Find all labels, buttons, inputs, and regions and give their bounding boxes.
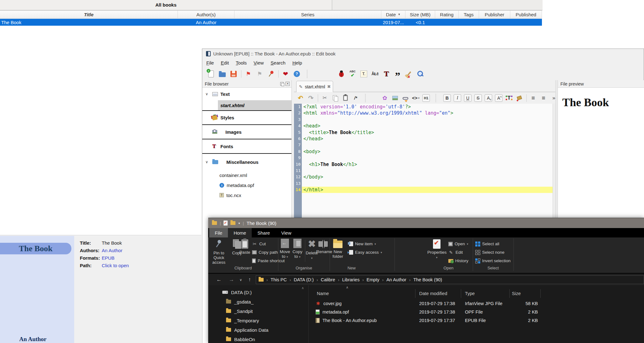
detail-value[interactable]: An Author [102, 248, 122, 253]
strikethrough-button[interactable]: S [474, 94, 482, 102]
customize-toolbar-arrow-icon[interactable]: ▾ [238, 221, 240, 225]
beautify-button[interactable]: ✿ [381, 94, 389, 102]
column-header-rating[interactable]: Rating [435, 11, 459, 18]
list-header-name[interactable]: Name [313, 289, 415, 298]
align-justify-button[interactable]: ≡ [539, 94, 548, 102]
spell-check-button[interactable]: ABC✔ [348, 70, 357, 78]
underline-button[interactable]: U [464, 94, 472, 102]
edit-button[interactable]: ✎Edit [448, 248, 463, 256]
redo-button[interactable]: ↷ [307, 94, 315, 102]
create-checkpoint-button[interactable] [266, 70, 275, 78]
reports-button[interactable] [416, 70, 425, 78]
copy-button[interactable] [331, 94, 339, 102]
nav-item-application-data[interactable]: Application Data [226, 325, 268, 335]
background-color-button[interactable] [515, 94, 523, 102]
menu-tools[interactable]: Tools [236, 60, 247, 65]
new-item-button[interactable]: New item▾ [349, 240, 376, 248]
smarten-punctuation-button[interactable]: ” [393, 70, 402, 78]
forward-button[interactable]: → [229, 274, 234, 286]
superscript-button[interactable]: As [495, 94, 503, 102]
float-panel-icon[interactable] [280, 82, 284, 86]
menu-view[interactable]: View [254, 60, 264, 65]
invert-selection-button[interactable]: Invert selection [475, 257, 511, 265]
nav-item--sandpit[interactable]: _Sandpit [226, 306, 253, 316]
tree-section-fonts[interactable]: TFonts [202, 139, 291, 154]
nav-item-babbleon[interactable]: BabbleOn [226, 335, 255, 343]
tab-start-xhtml[interactable]: ✎ start.xhtml ✖ [296, 81, 333, 92]
align-left-button[interactable]: ≡ [529, 94, 537, 102]
copy-to-button[interactable]: Copy to ▾ [291, 239, 304, 266]
back-button[interactable]: ← [216, 274, 222, 286]
column-header-published[interactable]: Published [510, 11, 542, 18]
list-header-date-modified[interactable]: Date modified [415, 289, 461, 298]
list-header-size[interactable]: Size [510, 289, 541, 298]
new-file-button[interactable]: + [207, 70, 215, 78]
redo-checkpoint-button[interactable]: ⚑ [255, 70, 264, 78]
cut-button[interactable]: ✂Cut [252, 240, 266, 248]
tree-file-toc-ncx[interactable]: Ttoc.ncx [202, 190, 291, 200]
file-row-cover-jpg[interactable]: ✱cover.jpg2019-07-29 17:38IrfanView JPG … [313, 299, 644, 308]
comment-button[interactable]: /* [352, 94, 360, 102]
chevron-down-icon[interactable]: ∨ [205, 160, 208, 164]
breadcrumb-segment[interactable]: An Author [386, 277, 406, 282]
chevron-down-icon[interactable]: ∨ [205, 92, 208, 96]
easy-access-button[interactable]: Easy access▾ [349, 248, 382, 256]
new-folder-button[interactable]: New folder [330, 239, 345, 266]
manage-fonts-button[interactable]: T [382, 70, 391, 78]
breadcrumb-segment[interactable]: Empty [367, 277, 379, 282]
library-selected-row[interactable]: The BookAn Author2019-07...<0.1 [0, 19, 542, 26]
breadcrumb-segment[interactable]: Calibre [321, 277, 335, 282]
quick-access-properties-icon[interactable] [224, 221, 228, 226]
up-button[interactable]: ↑ [248, 274, 251, 286]
breadcrumb-segment[interactable]: DATA (D:) [294, 277, 314, 282]
text-color-button[interactable]: T [505, 94, 513, 102]
column-header-series[interactable]: Series [234, 11, 381, 18]
breadcrumb[interactable]: ›This PC›DATA (D:)›Calibre›Libraries›Emp… [256, 275, 644, 284]
column-header-publisher[interactable]: Publisher [479, 11, 510, 18]
change-paragraph-button[interactable]: H1 [422, 94, 430, 102]
menu-search[interactable]: Search [270, 60, 286, 65]
properties-button[interactable]: Properties▾ [427, 239, 446, 266]
bold-button[interactable]: B [443, 94, 451, 102]
breadcrumb-segment[interactable]: Libraries [342, 277, 360, 282]
nav-item--temporary[interactable]: _Temporary [226, 316, 259, 325]
column-header-tags[interactable]: Tags [459, 11, 479, 18]
insert-link-button[interactable] [401, 94, 410, 102]
detail-value[interactable]: EPUB [102, 255, 115, 261]
book-cover[interactable]: The Book An Author [0, 236, 74, 343]
file-row-metadata-opf[interactable]: metadata.opf2019-07-29 17:38OPF File2 KB [313, 308, 644, 316]
tree-section-text[interactable]: ∨Text [202, 88, 291, 100]
nav-scroll-up-icon[interactable]: ∧ [301, 286, 304, 290]
rename-button[interactable]: Rename [316, 239, 330, 266]
select-all-button[interactable]: Select all [475, 240, 499, 248]
insert-image-button[interactable] [391, 94, 399, 102]
library-current-view[interactable]: All books [0, 0, 332, 10]
detail-value[interactable]: Click to open [102, 263, 129, 268]
transliterate-button[interactable]: ÅŁč [371, 70, 379, 78]
tree-file-start-xhtml[interactable]: start.xhtml [202, 100, 291, 111]
ribbon-tab-view[interactable]: View [276, 228, 297, 237]
insert-tag-button[interactable]: <>▾ [412, 94, 420, 102]
menu-help[interactable]: Help [292, 60, 302, 65]
tree-section-styles[interactable]: Styles [202, 111, 291, 125]
open-book-button[interactable] [218, 70, 227, 78]
pin-to-quick-access-button[interactable]: Pin to Quick access [208, 239, 229, 266]
nav-item--gsdata-[interactable]: _gsdata_ [226, 297, 254, 306]
column-header-author-s-[interactable]: Author(s) [178, 11, 234, 18]
list-header-type[interactable]: Type [461, 289, 510, 298]
ribbon-tab-share[interactable]: Share [252, 228, 276, 237]
tree-section-miscellaneous[interactable]: ∨Miscellaneous [202, 154, 291, 170]
check-book-button[interactable] [337, 70, 346, 78]
select-none-button[interactable]: Select none [475, 248, 504, 256]
breadcrumb-segment[interactable]: The Book (90) [413, 277, 442, 282]
copy-path-button[interactable]: Copy path [252, 248, 278, 256]
quick-access-folder-icon[interactable] [230, 221, 235, 225]
open-button[interactable]: Open▾ [448, 240, 468, 248]
menu-file[interactable]: File [206, 60, 214, 65]
recent-locations-arrow-icon[interactable]: ∨ [240, 274, 242, 286]
paste-button[interactable]: Paste [238, 239, 252, 266]
insert-special-character-button[interactable]: T. [359, 70, 368, 78]
breadcrumb-segment[interactable]: This PC [270, 277, 287, 282]
subscript-button[interactable]: As [484, 94, 492, 102]
nav-item-data-d-[interactable]: DATA (D:) [222, 288, 252, 297]
